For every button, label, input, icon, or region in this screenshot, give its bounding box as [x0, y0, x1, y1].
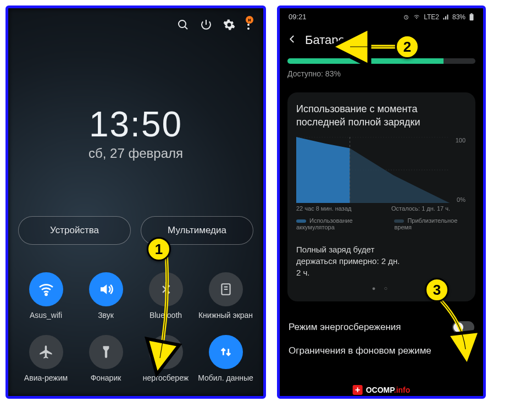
- available-text: Доступно: 83%: [287, 69, 475, 78]
- svg-rect-13: [471, 13, 473, 14]
- clock-block: 13:50 сб, 27 февраля: [18, 104, 253, 161]
- devices-button[interactable]: Устройства: [18, 216, 131, 245]
- battery-progress: [287, 58, 475, 64]
- tile-sound[interactable]: Звук: [78, 272, 134, 320]
- power-saving-row[interactable]: Режим энергосбережения: [287, 311, 475, 343]
- tile-bluetooth[interactable]: Bluetooth: [138, 272, 193, 320]
- tile-label: Фонарик: [91, 373, 121, 382]
- page-title: Батарея: [305, 33, 352, 47]
- watermark-brand: OCOMP: [366, 386, 394, 394]
- tile-power-saving[interactable]: нергосбереж: [138, 335, 193, 382]
- more-icon[interactable]: н: [246, 18, 251, 31]
- tile-label: Мобил. данные: [198, 373, 253, 382]
- svg-point-11: [417, 18, 417, 19]
- search-icon[interactable]: [176, 18, 190, 31]
- annotation-badge-2: 2: [395, 35, 419, 59]
- power-saving-toggle[interactable]: [452, 321, 474, 333]
- power-saving-label: Режим энергосбережения: [289, 322, 401, 333]
- tile-label: Книжный экран: [198, 311, 253, 320]
- phone-battery-settings: 09:21 LTE2 83% Батарея Доступно: 83% Исп…: [277, 6, 486, 399]
- mobile-data-icon: [209, 335, 243, 369]
- tile-airplane[interactable]: Авиа-режим: [18, 335, 74, 382]
- legend-estimate: Приблизительное время: [394, 217, 457, 230]
- annotation-badge-3: 3: [425, 278, 449, 302]
- tile-label: Звук: [98, 311, 114, 320]
- svg-point-0: [179, 20, 186, 28]
- annotation-badge-1: 1: [147, 237, 171, 261]
- svg-rect-12: [470, 14, 474, 20]
- airplane-icon: [29, 335, 63, 369]
- status-time: 09:21: [289, 13, 307, 21]
- flashlight-icon: [89, 335, 123, 369]
- tile-label: Asus_wifi: [30, 311, 62, 320]
- notification-badge: н: [246, 16, 253, 24]
- watermark-sub: ВОПРОСЫ АДМИНУ: [358, 396, 411, 399]
- signal-icon: [442, 14, 449, 20]
- phone-quick-settings: н 13:50 сб, 27 февраля Устройства Мульти…: [5, 6, 266, 399]
- tile-label: Авиа-режим: [24, 373, 68, 382]
- watermark-plus-icon: +: [353, 385, 363, 395]
- time-display: 13:50: [18, 104, 253, 145]
- alarm-icon: [403, 14, 409, 20]
- chart-legend: Использование аккумулятора Приблизительн…: [296, 217, 467, 230]
- leaf-battery-icon: [149, 335, 183, 369]
- usage-chart: 100 0%: [296, 137, 467, 203]
- chart-axis-min: 0%: [457, 196, 465, 203]
- title-row: Батарея: [287, 33, 475, 47]
- battery-progress-fill: [287, 58, 444, 64]
- wifi-status-icon: [413, 14, 420, 20]
- tile-reader-mode[interactable]: Книжный экран: [198, 272, 253, 320]
- tile-mobile-data[interactable]: Мобил. данные: [198, 335, 253, 382]
- battery-percent: 83%: [452, 13, 465, 21]
- chart-axis-max: 100: [456, 137, 465, 144]
- back-icon[interactable]: [287, 34, 297, 46]
- svg-point-3: [247, 24, 250, 26]
- tile-wifi[interactable]: Asus_wifi: [18, 272, 74, 320]
- wifi-icon: [29, 272, 63, 306]
- quick-settings-grid: Asus_wifi Звук Bluetooth Книжный экран: [18, 272, 253, 382]
- power-icon[interactable]: [199, 18, 213, 31]
- gear-icon[interactable]: [223, 18, 236, 31]
- quick-settings-toolbar: н: [18, 14, 253, 38]
- usage-card[interactable]: Использование с момента последней полной…: [287, 92, 475, 301]
- card-title: Использование с момента последней полной…: [296, 102, 467, 129]
- svg-point-4: [247, 28, 250, 30]
- tile-flashlight[interactable]: Фонарик: [78, 335, 134, 382]
- svg-line-1: [185, 26, 187, 29]
- chart-right-label: Осталось: 1 дн. 17 ч.: [391, 205, 450, 212]
- bluetooth-icon: [149, 272, 183, 306]
- watermark: + OCOMP.info ВОПРОСЫ АДМИНУ: [353, 385, 411, 395]
- speaker-icon: [89, 272, 123, 306]
- watermark-suffix: .info: [394, 386, 411, 394]
- date-display: сб, 27 февраля: [18, 146, 253, 161]
- status-icons: LTE2 83%: [403, 13, 474, 21]
- network-label: LTE2: [424, 13, 439, 21]
- full-charge-estimate: Полный заряд будет держаться примерно: 2…: [296, 244, 467, 278]
- reader-icon: [209, 272, 243, 306]
- background-limits-row[interactable]: Ограничения в фоновом режиме: [287, 343, 475, 359]
- status-bar: 09:21 LTE2 83%: [287, 8, 475, 25]
- tile-label: нергосбереж: [143, 373, 189, 382]
- chart-left-label: 22 час 8 мин. назад: [296, 205, 351, 212]
- tile-label: Bluetooth: [149, 311, 182, 320]
- svg-point-5: [45, 294, 47, 295]
- battery-icon: [469, 13, 474, 21]
